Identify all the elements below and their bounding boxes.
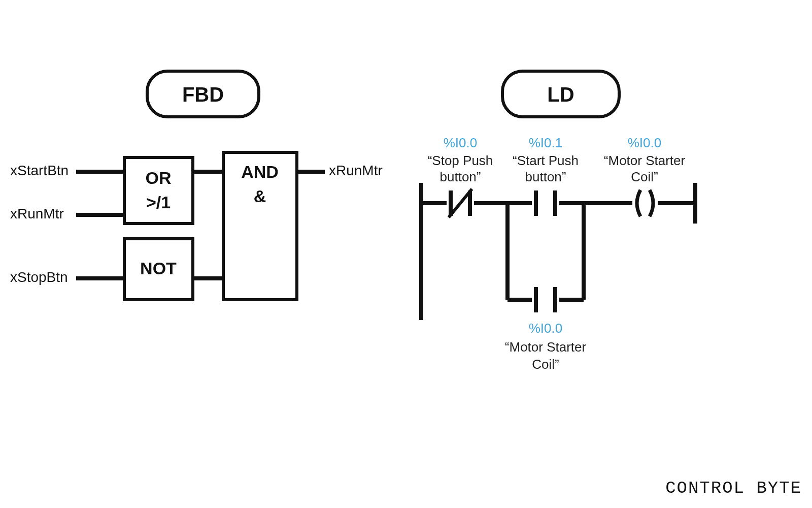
and-label-1: AND	[241, 162, 279, 181]
start-l1: “Start Push	[513, 153, 579, 168]
fbd-input-stop: xStopBtn	[10, 269, 68, 285]
fbd-output: xRunMtr	[329, 163, 383, 178]
latch-addr: %I0.0	[529, 321, 563, 336]
and-label-2: &	[254, 186, 266, 206]
fbd-input-run: xRunMtr	[10, 206, 64, 221]
diagram-canvas: FBD xStartBtn xRunMtr xStopBtn OR >/1 NO…	[0, 0, 812, 508]
ld-section: LD %I0.0 “Stop Push button” %I0.1 “Start…	[421, 71, 695, 372]
fbd-title: FBD	[182, 83, 224, 106]
or-label-1: OR	[146, 168, 172, 187]
stop-addr: %I0.0	[444, 135, 478, 150]
brand-logo: CONTROL BYTE	[665, 479, 802, 498]
start-addr: %I0.1	[529, 135, 563, 150]
latch-l1: “Motor Starter	[505, 339, 587, 355]
coil-l1: “Motor Starter	[604, 153, 686, 168]
coil-addr: %I0.0	[628, 135, 662, 150]
or-block	[124, 157, 193, 224]
fbd-section: FBD xStartBtn xRunMtr xStopBtn OR >/1 NO…	[10, 71, 383, 300]
stop-l1: “Stop Push	[428, 153, 493, 168]
fbd-input-start: xStartBtn	[10, 163, 69, 178]
coil-l2: Coil”	[631, 169, 658, 184]
ld-title: LD	[547, 83, 574, 106]
or-label-2: >/1	[146, 193, 171, 212]
stop-l2: button”	[440, 169, 481, 184]
start-l2: button”	[525, 169, 566, 184]
not-label: NOT	[140, 259, 177, 278]
latch-l2: Coil”	[532, 357, 559, 372]
